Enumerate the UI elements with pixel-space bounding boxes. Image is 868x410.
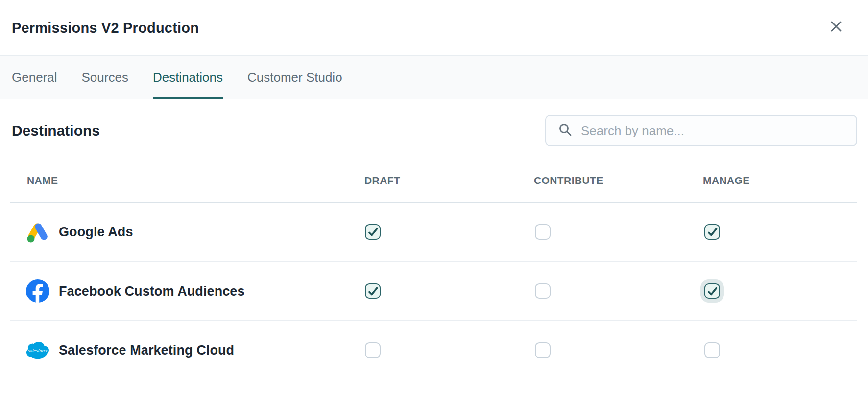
checkbox-contribute[interactable] (535, 283, 551, 299)
destination-name: Salesforce Marketing Cloud (59, 343, 234, 358)
check-icon (706, 285, 718, 297)
table-row: Google Ads (10, 203, 857, 262)
page-title: Destinations (12, 122, 100, 139)
check-icon (367, 226, 379, 238)
checkbox-contribute[interactable] (535, 342, 551, 358)
salesforce-logo: salesforce (26, 339, 49, 362)
tab-bar: GeneralSourcesDestinationsCustomer Studi… (0, 55, 868, 99)
checkbox-draft[interactable] (365, 283, 381, 299)
checkbox-manage[interactable] (704, 342, 720, 358)
facebook-logo (26, 279, 49, 303)
checkbox-manage[interactable] (704, 224, 720, 240)
checkbox-draft[interactable] (365, 342, 381, 358)
table-header-row: NAME DRAFT CONTRIBUTE MANAGE (10, 146, 857, 203)
svg-text:salesforce: salesforce (27, 348, 48, 353)
tab-destinations[interactable]: Destinations (153, 56, 223, 99)
column-header-name: NAME (27, 175, 58, 186)
search-icon (558, 122, 573, 139)
table-row: salesforce Salesforce Marketing Cloud (10, 321, 857, 380)
column-header-contribute: CONTRIBUTE (534, 175, 603, 186)
checkbox-contribute[interactable] (535, 224, 551, 240)
tab-sources[interactable]: Sources (82, 56, 128, 99)
column-header-manage: MANAGE (703, 175, 750, 186)
check-icon (706, 226, 718, 238)
tab-general[interactable]: General (12, 56, 57, 99)
content-header: Destinations (12, 115, 857, 146)
close-icon (828, 19, 844, 36)
google-ads-logo (26, 220, 49, 244)
tab-customer-studio[interactable]: Customer Studio (247, 56, 342, 99)
modal-title: Permissions V2 Production (12, 20, 199, 36)
destination-name: Google Ads (59, 225, 133, 240)
column-header-draft: DRAFT (364, 175, 400, 186)
check-icon (367, 285, 379, 297)
search-input[interactable] (581, 123, 849, 138)
destinations-table: NAME DRAFT CONTRIBUTE MANAGE Google Ads … (10, 146, 857, 380)
close-button[interactable] (828, 19, 844, 35)
checkbox-manage[interactable] (704, 283, 720, 299)
checkbox-draft[interactable] (365, 224, 381, 240)
table-row: Facebook Custom Audiences (10, 262, 857, 321)
destination-name: Facebook Custom Audiences (59, 284, 245, 299)
search-box (545, 115, 857, 146)
modal-header: Permissions V2 Production (0, 0, 868, 55)
